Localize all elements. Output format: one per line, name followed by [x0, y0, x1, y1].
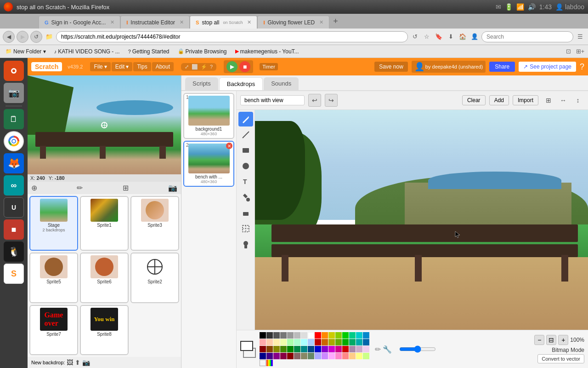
reader-icon[interactable]: 🔖: [434, 32, 444, 42]
sprite-edit-icon[interactable]: ✏: [77, 184, 83, 192]
sprite-stamp-icon[interactable]: ⊕: [31, 184, 37, 192]
new-tab-button[interactable]: +: [329, 15, 342, 28]
swatch-cyan-green[interactable]: [349, 332, 356, 339]
share-button[interactable]: Share: [489, 62, 515, 72]
chrome-app-icon[interactable]: [4, 131, 24, 151]
new-backdrop-camera-icon[interactable]: 📷: [82, 359, 90, 366]
backdrop-item-2[interactable]: 2 ✕ bench with ... 480×360: [183, 141, 234, 187]
opacity-slider[interactable]: [399, 345, 436, 353]
bookmark-kathi[interactable]: ♪ KATHI VIDEO SONG - ...: [51, 47, 123, 56]
arduino-app-icon[interactable]: ∞: [4, 175, 24, 196]
swatch-green[interactable]: [342, 332, 349, 339]
add-button[interactable]: Add: [489, 95, 509, 105]
sprite-item-sprite5[interactable]: Sprite5: [29, 253, 78, 303]
swatch-orange[interactable]: [322, 332, 328, 339]
tab-scripts[interactable]: Scripts: [185, 77, 218, 90]
sprite-item-sprite3[interactable]: Sprite3: [130, 196, 179, 251]
turbo-btn[interactable]: ⚡: [201, 64, 207, 70]
bookmark-getting-started[interactable]: ? Getting Started: [125, 47, 172, 56]
fill-tool[interactable]: [238, 190, 253, 205]
tab-google-close[interactable]: ✕: [110, 19, 114, 25]
pencil-extra-1[interactable]: ✏: [375, 345, 381, 354]
backdrop2-delete-button[interactable]: ✕: [226, 143, 232, 149]
redo-button[interactable]: ↪: [325, 94, 338, 107]
unity-app-icon[interactable]: U: [4, 197, 24, 218]
sprite-item-sprite7[interactable]: Gameover Sprite7: [29, 305, 78, 355]
red-app-icon[interactable]: ■: [4, 219, 24, 240]
email-icon[interactable]: ✉: [496, 3, 501, 11]
tab-instructable-close[interactable]: ✕: [180, 19, 184, 25]
backdrop-item-1[interactable]: 1 background1 480×360: [183, 93, 234, 139]
menu-file[interactable]: File ▾: [90, 62, 110, 71]
bookmark-star-icon[interactable]: ☆: [422, 32, 432, 42]
tab-scratch-close[interactable]: ✕: [247, 19, 251, 25]
back-button[interactable]: ◀: [3, 31, 15, 43]
swatch-white[interactable]: [308, 332, 314, 339]
search-input[interactable]: [481, 31, 573, 42]
stop-button[interactable]: ■: [239, 61, 250, 72]
download-icon[interactable]: ⬇: [446, 32, 456, 42]
swatch-light1[interactable]: [301, 332, 307, 339]
see-project-button[interactable]: ↗ See project page: [519, 62, 576, 72]
backdrop-name-input[interactable]: [240, 95, 305, 105]
brush-tool[interactable]: [238, 112, 253, 126]
select-tool[interactable]: [238, 221, 253, 236]
menu-tips[interactable]: Tips: [133, 62, 151, 71]
tab-sounds[interactable]: Sounds: [264, 77, 299, 90]
menu-edit[interactable]: Edit ▾: [112, 62, 133, 71]
swatch-light-blue[interactable]: [363, 332, 369, 339]
swatch-yellow[interactable]: [328, 332, 335, 339]
circle-tool[interactable]: [238, 159, 253, 173]
zoom-in-button[interactable]: +: [558, 335, 568, 345]
swatch-dark2[interactable]: [273, 332, 280, 339]
sprite-camera-icon[interactable]: 📷: [168, 184, 177, 192]
tab-gloving[interactable]: I Gloving flower LED ✕: [257, 16, 329, 29]
sprite-item-sprite1[interactable]: Sprite1: [80, 196, 129, 251]
tab-google[interactable]: G Sign in - Google Acc... ✕: [39, 16, 120, 29]
clear-button[interactable]: Clear: [462, 95, 486, 105]
zoom-out-button[interactable]: −: [534, 335, 544, 345]
home-btn-icon[interactable]: 🏠: [458, 32, 468, 42]
bookmark-private-browsing[interactable]: 🔒 Private Browsing: [175, 47, 230, 56]
stamp-tool[interactable]: [238, 237, 253, 252]
swatch-dark1[interactable]: [266, 332, 273, 339]
ubuntu-app-icon[interactable]: [4, 61, 24, 81]
sprite-copy-icon[interactable]: ⊞: [123, 184, 129, 192]
fullscreen-btn[interactable]: ⤢: [185, 64, 189, 70]
new-backdrop-image-icon[interactable]: 🖼: [67, 359, 73, 366]
swatch-mid1[interactable]: [287, 332, 294, 339]
bookmark-extra-2[interactable]: ⊞+: [575, 46, 585, 57]
swatch-yellow-green[interactable]: [335, 332, 342, 339]
text-tool[interactable]: T: [238, 174, 253, 189]
swatch-mid2[interactable]: [294, 332, 300, 339]
tab-gloving-close[interactable]: ✕: [319, 19, 323, 25]
bookmark-new-folder[interactable]: 📁 New Folder ▾: [3, 47, 49, 56]
refresh-icon[interactable]: ↺: [410, 32, 420, 42]
swatch-black[interactable]: [260, 332, 266, 339]
small-stage-btn[interactable]: ⬜: [192, 64, 198, 70]
menu-icon[interactable]: ☰: [575, 32, 585, 42]
canvas-zoom-icon[interactable]: ⊞: [542, 94, 555, 107]
bookmark-makemegenius[interactable]: ▶ makemegenius - YouT...: [232, 47, 302, 56]
import-button[interactable]: Import: [513, 95, 538, 105]
bookmark-extra-1[interactable]: ⊡: [563, 46, 573, 57]
swatch-cyan[interactable]: [356, 332, 362, 339]
convert-vector-button[interactable]: Convert to vector: [537, 354, 584, 363]
firefox-app-icon[interactable]: 🦊: [4, 153, 24, 173]
save-now-button[interactable]: Save now: [374, 62, 408, 72]
canvas-flip-v-icon[interactable]: ↕: [571, 94, 584, 107]
reload-button[interactable]: ↺: [30, 31, 42, 43]
foreground-color-swatch[interactable]: [240, 341, 253, 351]
eraser-tool[interactable]: [238, 206, 253, 220]
penguin-icon[interactable]: 🐧: [4, 242, 24, 262]
topbar-help-icon[interactable]: ?: [580, 62, 584, 72]
canvas-flip-h-icon[interactable]: ↔: [557, 94, 570, 107]
swatch-red[interactable]: [315, 332, 321, 339]
forward-button[interactable]: ▶: [17, 31, 28, 43]
green-flag-button[interactable]: ▶: [226, 61, 237, 72]
swatch-dark3[interactable]: [280, 332, 287, 339]
swatch-transparent[interactable]: [260, 360, 266, 366]
sprite-item-stage[interactable]: Stage 2 backdrops: [29, 196, 78, 251]
sprite-item-sprite2[interactable]: Sprite2: [130, 253, 179, 303]
new-backdrop-upload-icon[interactable]: ⬆: [75, 359, 80, 366]
